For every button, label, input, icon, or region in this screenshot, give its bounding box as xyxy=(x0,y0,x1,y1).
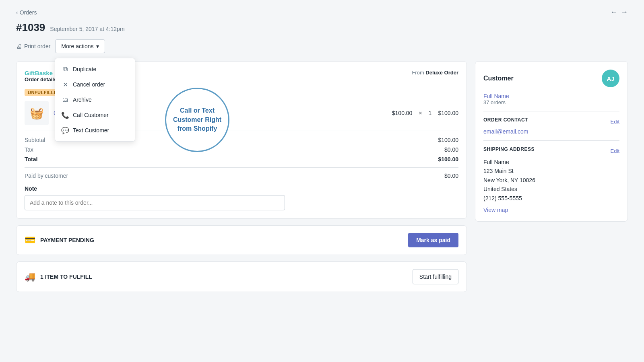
back-arrow-icon: ‹ xyxy=(16,9,18,16)
duplicate-label: Duplicate xyxy=(73,66,96,72)
subtotal-value: $100.00 xyxy=(438,137,458,143)
store-info: GiftBaske Order details xyxy=(25,70,57,82)
order-contact-section: ORDER CONTACT Edit xyxy=(483,117,619,126)
archive-icon: 🗂 xyxy=(62,96,69,103)
top-nav: ‹ Orders ← → xyxy=(16,8,628,16)
truck-icon: 🚚 xyxy=(25,272,35,282)
customer-header: Customer AJ xyxy=(483,70,619,87)
order-number: #1039 xyxy=(16,21,45,34)
archive-label: Archive xyxy=(73,97,92,103)
total-row: Total $100.00 xyxy=(25,156,458,162)
action-bar: 🖨 Print order More actions ▾ ⧉ Duplicate… xyxy=(16,39,628,53)
paid-value: $0.00 xyxy=(444,173,458,179)
prev-arrow[interactable]: ← xyxy=(610,8,617,16)
product-quantity: 1 xyxy=(429,110,432,116)
address-line3: New York, NY 10026 xyxy=(483,176,619,185)
payment-label: PAYMENT PENDING xyxy=(40,237,94,243)
fulfill-left: 🚚 1 ITEM TO FULFILL xyxy=(25,272,92,282)
nav-arrows: ← → xyxy=(610,8,628,16)
right-column: Customer AJ Full Name 37 orders ORDER CO… xyxy=(475,61,628,292)
call-label: Call Customer xyxy=(73,112,109,118)
print-button[interactable]: 🖨 Print order xyxy=(16,43,50,49)
back-link[interactable]: ‹ Orders xyxy=(16,9,37,16)
tax-label: Tax xyxy=(25,146,33,153)
shipping-address: Full Name 123 Main St New York, NY 10026… xyxy=(483,158,619,203)
customer-orders: 37 orders xyxy=(483,99,619,105)
paid-row: Paid by customer $0.00 xyxy=(25,173,458,179)
dropdown-item-archive[interactable]: 🗂 Archive xyxy=(55,92,135,107)
call-icon: 📞 xyxy=(62,111,69,119)
mark-paid-button[interactable]: Mark as paid xyxy=(408,233,458,247)
store-sub: Order details xyxy=(25,76,57,82)
address-line4: United States xyxy=(483,185,619,193)
subtotal-label: Subtotal xyxy=(25,137,45,143)
more-actions-button[interactable]: More actions ▾ xyxy=(55,39,105,53)
credit-card-icon: 💳 xyxy=(25,235,35,245)
contact-email[interactable]: email@email.com xyxy=(483,128,619,135)
printer-icon: 🖨 xyxy=(16,43,22,49)
cancel-icon: ✕ xyxy=(62,81,69,88)
shipping-address-title: SHIPPING ADDRESS xyxy=(483,146,535,152)
start-fulfilling-button[interactable]: Start fulfilling xyxy=(413,269,458,284)
multiply-symbol: × xyxy=(419,110,422,116)
note-input[interactable] xyxy=(25,195,285,210)
order-from: From Deluxe Order xyxy=(412,70,458,76)
store-name: GiftBaske xyxy=(25,70,57,76)
product-image: 🧺 xyxy=(25,101,49,125)
text-icon: 💬 xyxy=(62,127,69,134)
more-actions-dropdown: ⧉ Duplicate ✕ Cancel order 🗂 Archive 📞 C… xyxy=(55,58,135,142)
order-contact-title: ORDER CONTACT xyxy=(483,117,528,123)
fulfill-label: 1 ITEM TO FULFILL xyxy=(40,274,92,280)
back-label: Orders xyxy=(20,9,37,16)
address-line1: Full Name xyxy=(483,158,619,167)
dropdown-item-call[interactable]: 📞 Call Customer xyxy=(55,107,135,123)
duplicate-icon: ⧉ xyxy=(62,66,69,73)
order-header: #1039 September 5, 2017 at 4:12pm xyxy=(16,21,628,34)
dropdown-item-cancel[interactable]: ✕ Cancel order xyxy=(55,77,135,92)
text-label: Text Customer xyxy=(73,127,109,134)
avatar: AJ xyxy=(602,70,619,87)
dropdown-item-text[interactable]: 💬 Text Customer xyxy=(55,123,135,138)
cancel-label: Cancel order xyxy=(73,81,105,88)
fulfill-card: 🚚 1 ITEM TO FULFILL Start fulfilling xyxy=(16,261,467,292)
tax-row: Tax $0.00 xyxy=(25,146,458,153)
dropdown-item-duplicate[interactable]: ⧉ Duplicate xyxy=(55,62,135,77)
address-line5: (212) 555-5555 xyxy=(483,194,619,203)
total-value: $100.00 xyxy=(438,156,458,162)
customer-name-link[interactable]: Full Name xyxy=(483,93,619,99)
product-line-total: $100.00 xyxy=(438,110,458,116)
more-actions-label: More actions xyxy=(61,43,93,49)
product-price: $100.00 xyxy=(392,110,413,116)
chevron-down-icon: ▾ xyxy=(96,43,99,49)
order-date: September 5, 2017 at 4:12pm xyxy=(50,26,124,32)
address-line2: 123 Main St xyxy=(483,167,619,175)
contact-edit-link[interactable]: Edit xyxy=(611,119,619,125)
payment-card: 💳 PAYMENT PENDING Mark as paid xyxy=(16,225,467,255)
shipping-edit-link[interactable]: Edit xyxy=(611,148,619,154)
tax-value: $0.00 xyxy=(444,146,458,153)
next-arrow[interactable]: → xyxy=(621,8,628,16)
shipping-address-section: SHIPPING ADDRESS Edit xyxy=(483,146,619,155)
customer-title: Customer xyxy=(483,75,514,82)
note-section: Note xyxy=(25,185,458,210)
payment-left: 💳 PAYMENT PENDING xyxy=(25,235,94,245)
print-label: Print order xyxy=(24,43,50,49)
customer-card: Customer AJ Full Name 37 orders ORDER CO… xyxy=(475,61,628,222)
total-label: Total xyxy=(25,156,37,162)
order-from-value: Deluxe Order xyxy=(425,70,458,76)
callout-text: Call or Text Customer Right from Shopify xyxy=(166,102,228,137)
paid-label: Paid by customer xyxy=(25,173,68,179)
note-label: Note xyxy=(25,185,458,192)
callout-circle: Call or Text Customer Right from Shopify xyxy=(165,88,229,152)
view-map-link[interactable]: View map xyxy=(483,207,619,213)
